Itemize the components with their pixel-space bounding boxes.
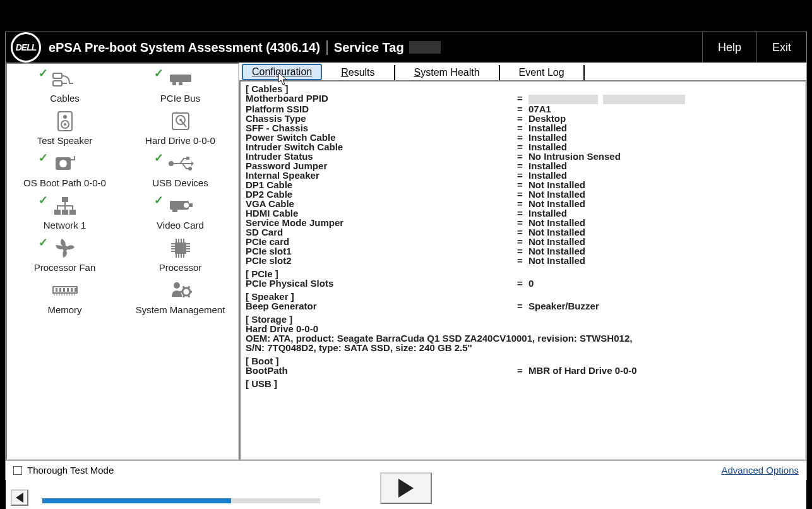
svg-rect-24 — [189, 203, 193, 207]
device-label: PCIe Bus — [160, 93, 200, 104]
svg-point-6 — [63, 115, 67, 119]
thorough-test-mode-checkbox[interactable]: Thorough Test Mode — [13, 465, 114, 476]
config-key: SFF - Chassis — [246, 123, 517, 133]
config-row: VGA Cable= Not Installed — [246, 199, 800, 208]
config-value: Desktop — [528, 114, 566, 123]
config-value: Installed — [528, 133, 567, 142]
svg-rect-19 — [62, 210, 68, 215]
device-item-cpu[interactable]: Processor — [122, 233, 238, 275]
device-item-hdd[interactable]: Hard Drive 0-0-0 — [122, 106, 238, 148]
config-row: PCIe Physical Slots= 0 — [246, 278, 800, 288]
progress-bar — [42, 498, 320, 503]
device-item-memory[interactable]: Memory — [7, 275, 122, 318]
fan-icon — [52, 238, 78, 258]
config-value: Not Installed — [528, 199, 585, 208]
config-value: Installed — [528, 123, 567, 133]
section-header: [ Storage ] — [246, 314, 800, 324]
config-value: Installed — [528, 142, 567, 152]
svg-rect-4 — [179, 82, 182, 85]
svg-line-63 — [183, 295, 184, 297]
config-key: Intruder Switch Cable — [246, 142, 517, 152]
config-value: Not Installed — [528, 256, 585, 265]
cables-icon — [52, 69, 78, 89]
play-icon — [398, 479, 414, 498]
device-item-speaker[interactable]: Test Speaker — [7, 106, 122, 148]
config-row: Chassis Type= Desktop — [246, 114, 800, 123]
tab-event-log[interactable]: Event Log — [500, 65, 585, 80]
svg-rect-1 — [53, 81, 62, 86]
check-icon: ✓ — [39, 66, 48, 80]
config-row: Power Switch Cable= Installed — [246, 133, 800, 142]
svg-point-8 — [64, 123, 66, 126]
svg-point-59 — [174, 282, 180, 289]
config-key: Chassis Type — [246, 114, 517, 123]
config-row: DP2 Cable= Not Installed — [246, 189, 800, 199]
config-key: DP1 Cable — [246, 180, 517, 189]
checkbox-icon[interactable] — [13, 466, 22, 475]
section-header: [ Cables ] — [246, 84, 800, 93]
config-value: MBR of Hard Drive 0-0-0 — [528, 366, 637, 375]
config-text: S/N: 7TQ048D2, type: SATA SSD, size: 240… — [246, 343, 800, 352]
section-header: [ Boot ] — [246, 356, 800, 366]
config-key: Power Switch Cable — [246, 133, 517, 142]
config-row: Motherboard PPID= — [246, 93, 800, 104]
config-key: Motherboard PPID — [246, 93, 517, 104]
svg-line-62 — [188, 295, 189, 297]
advanced-options-link[interactable]: Advanced Options — [721, 465, 799, 476]
config-row: Beep Generator= Speaker/Buzzer — [246, 301, 800, 311]
tab-configuration[interactable]: Configuration — [242, 64, 322, 80]
device-item-bootpath[interactable]: ✓OS Boot Path 0-0-0 — [7, 148, 122, 191]
check-icon: ✓ — [39, 236, 48, 249]
svg-point-16 — [188, 167, 192, 171]
device-label: Network 1 — [44, 220, 87, 231]
svg-rect-0 — [53, 73, 62, 78]
run-button[interactable] — [380, 472, 432, 504]
svg-point-13 — [59, 160, 67, 167]
config-key: PCIe Physical Slots — [246, 278, 517, 288]
back-button[interactable] — [11, 489, 28, 506]
config-value: Speaker/Buzzer — [528, 301, 599, 311]
config-key: VGA Cable — [246, 199, 517, 208]
config-text: OEM: ATA, product: Seagate BarraCuda Q1 … — [246, 333, 800, 343]
device-label: OS Boot Path 0-0-0 — [23, 177, 106, 188]
exit-button[interactable]: Exit — [756, 32, 806, 63]
device-item-video[interactable]: ✓Video Card — [122, 191, 238, 233]
device-item-cables[interactable]: ✓Cables — [7, 64, 122, 106]
svg-rect-26 — [175, 243, 186, 254]
config-value — [528, 93, 685, 104]
svg-rect-44 — [56, 288, 57, 292]
device-label: Hard Drive 0-0-0 — [145, 135, 215, 146]
bootpath-icon — [52, 153, 78, 174]
memory-icon — [52, 280, 78, 301]
tab-system-health[interactable]: System Health — [395, 65, 500, 80]
device-label: System Management — [136, 304, 225, 315]
config-value: Installed — [528, 208, 567, 218]
config-key: PCIe slot1 — [246, 246, 517, 256]
configuration-content[interactable]: [ Cables ]Motherboard PPID= Platform SSI… — [239, 80, 806, 460]
svg-point-14 — [169, 161, 174, 166]
device-label: Test Speaker — [37, 135, 93, 146]
footer: Thorough Test Mode Advanced Options — [6, 460, 806, 509]
config-row: SFF - Chassis= Installed — [246, 123, 800, 133]
config-value: Not Installed — [528, 180, 585, 189]
svg-line-65 — [183, 286, 184, 288]
config-key: PCIe card — [246, 237, 517, 246]
video-icon — [167, 196, 194, 216]
device-item-network[interactable]: ✓Network 1 — [7, 191, 122, 233]
config-key: Platform SSID — [246, 104, 517, 114]
device-item-sysmgmt[interactable]: System Management — [122, 275, 238, 318]
help-button[interactable]: Help — [702, 32, 756, 63]
device-item-usb[interactable]: ✓USB Devices — [122, 148, 238, 191]
svg-line-66 — [188, 286, 189, 288]
config-value: Not Installed — [528, 237, 585, 246]
device-item-pcie[interactable]: ✓PCIe Bus — [122, 64, 238, 106]
speaker-icon — [52, 111, 78, 131]
device-item-fan[interactable]: ✓Processor Fan — [7, 233, 122, 275]
tab-results[interactable]: Results — [322, 65, 395, 80]
config-row: SD Card= Not Installed — [246, 227, 800, 237]
svg-rect-45 — [59, 288, 61, 292]
title-bar: DELL ePSA Pre-boot System Assessment (43… — [6, 32, 806, 63]
config-key: Internal Speaker — [246, 171, 517, 180]
config-key: DP2 Cable — [246, 189, 517, 199]
check-icon: ✓ — [154, 66, 164, 80]
